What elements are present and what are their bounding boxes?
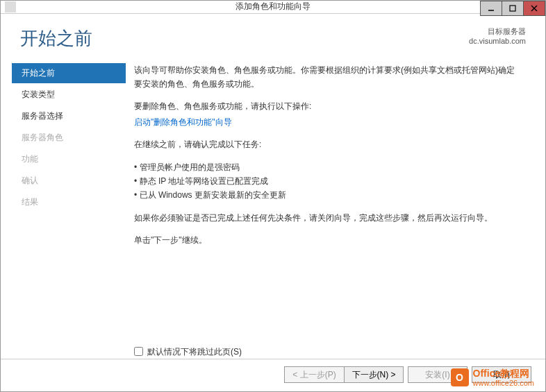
nav-button-pair: < 上一步(P) 下一步(N) > bbox=[284, 366, 404, 383]
page-title: 开始之前 bbox=[20, 26, 92, 51]
previous-button: < 上一步(P) bbox=[284, 366, 344, 383]
window-controls bbox=[481, 1, 545, 16]
wizard-window: 添加角色和功能向导 开始之前 目标服务器 dc.visumlab.com 开始之… bbox=[0, 0, 546, 392]
next-button[interactable]: 下一步(N) > bbox=[344, 366, 404, 383]
close-button[interactable] bbox=[523, 1, 545, 16]
target-server: dc.visumlab.com bbox=[469, 37, 526, 45]
nav-confirmation: 确认 bbox=[12, 171, 126, 191]
skip-label: 默认情况下将跳过此页(S) bbox=[147, 345, 242, 359]
window-title: 添加角色和功能向导 bbox=[235, 1, 311, 12]
footer: < 上一步(P) 下一步(N) > 安装(I) 取消 O Office教程网 w… bbox=[1, 359, 545, 391]
remove-roles-link[interactable]: 启动"删除角色和功能"向导 bbox=[134, 117, 232, 127]
remove-intro: 要删除角色、角色服务或功能，请执行以下操作: bbox=[134, 99, 520, 113]
nav-installation-type[interactable]: 安装类型 bbox=[12, 85, 126, 105]
tasks-intro: 在继续之前，请确认完成以下任务: bbox=[134, 137, 520, 151]
intro-text: 该向导可帮助你安装角色、角色服务或功能。你需要根据组织的计算要求(例如共享文档或… bbox=[134, 63, 520, 92]
body: 开始之前 目标服务器 dc.visumlab.com 开始之前 安装类型 服务器… bbox=[1, 14, 545, 391]
target-server-info: 目标服务器 dc.visumlab.com bbox=[469, 26, 526, 45]
close-icon bbox=[531, 5, 538, 12]
skip-checkbox[interactable] bbox=[134, 347, 143, 356]
svg-rect-1 bbox=[510, 6, 515, 11]
titlebar: 添加角色和功能向导 bbox=[1, 1, 545, 14]
minimize-icon bbox=[488, 5, 495, 12]
prereq-item: 已从 Windows 更新安装最新的安全更新 bbox=[134, 188, 520, 202]
nav-features: 功能 bbox=[12, 149, 126, 169]
maximize-button[interactable] bbox=[502, 1, 524, 16]
prereq-item: 管理员帐户使用的是强密码 bbox=[134, 160, 520, 174]
nav-results: 结果 bbox=[12, 192, 126, 212]
cancel-button[interactable]: 取消 bbox=[472, 366, 531, 383]
nav-before-you-begin[interactable]: 开始之前 bbox=[12, 63, 126, 83]
minimize-button[interactable] bbox=[480, 1, 502, 16]
maximize-icon bbox=[509, 5, 516, 12]
content: 开始之前 安装类型 服务器选择 服务器角色 功能 确认 结果 该向导可帮助你安装… bbox=[1, 63, 545, 359]
skip-row: 默认情况下将跳过此页(S) bbox=[134, 345, 520, 359]
continue-text: 单击"下一步"继续。 bbox=[134, 233, 520, 247]
verify-text: 如果你必须验证是否已完成上述任何先决条件，请关闭向导，完成这些步骤，然后再次运行… bbox=[134, 211, 520, 225]
install-button: 安装(I) bbox=[408, 366, 468, 383]
prereq-item: 静态 IP 地址等网络设置已配置完成 bbox=[134, 174, 520, 188]
nav-server-roles: 服务器角色 bbox=[12, 128, 126, 148]
app-icon bbox=[5, 1, 16, 12]
main-content: 该向导可帮助你安装角色、角色服务或功能。你需要根据组织的计算要求(例如共享文档或… bbox=[126, 63, 526, 359]
header: 开始之前 目标服务器 dc.visumlab.com bbox=[1, 14, 545, 63]
nav-server-selection[interactable]: 服务器选择 bbox=[12, 106, 126, 126]
target-label: 目标服务器 bbox=[469, 26, 526, 37]
sidebar: 开始之前 安装类型 服务器选择 服务器角色 功能 确认 结果 bbox=[1, 63, 126, 359]
prereq-list: 管理员帐户使用的是强密码 静态 IP 地址等网络设置已配置完成 已从 Windo… bbox=[134, 160, 520, 203]
